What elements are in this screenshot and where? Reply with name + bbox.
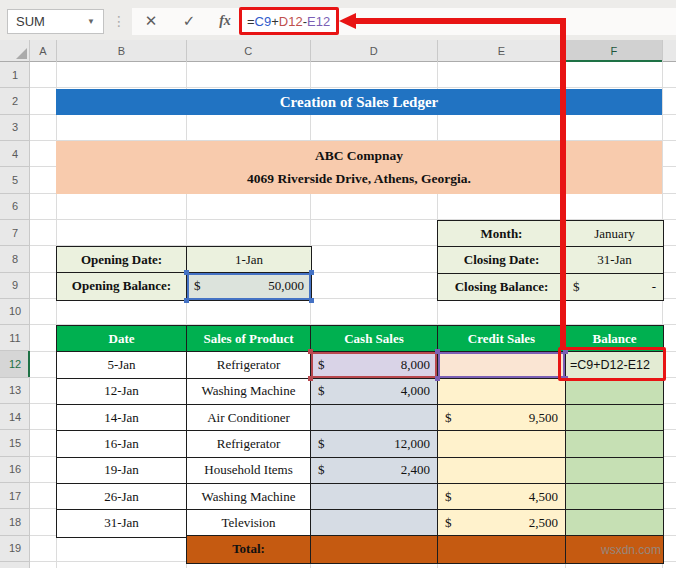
insert-function-icon[interactable]: fx [212,10,238,32]
ledger-header-credit[interactable]: Credit Sales [438,326,566,352]
cancel-icon[interactable]: ✕ [138,10,164,32]
row-header-18[interactable]: 18 [0,509,30,535]
selection-handle [309,270,314,275]
ledger-cell-date[interactable]: 16-Jan [57,431,187,457]
ledger-cell-product[interactable]: Air Conditioner [187,405,311,431]
column-header-a[interactable]: A [30,40,57,62]
row-header-15[interactable]: 15 [0,430,30,456]
selection-handle [184,270,189,275]
ledger-cell-cash[interactable]: $4,000 [311,379,438,405]
currency-symbol: $ [445,410,452,426]
opening-balance-cell-c9[interactable]: $ 50,000 [187,273,311,299]
row-header-17[interactable]: 17 [0,483,30,509]
ledger-cell-product[interactable]: Washing Machine [187,484,311,510]
ledger-cell-balance[interactable] [566,431,663,457]
column-header-c[interactable]: C [187,40,311,62]
row-header-8[interactable]: 8 [0,246,30,272]
ledger-cell-credit[interactable]: $2,500 [438,510,566,536]
ledger-cell-balance[interactable] [566,405,663,431]
name-box[interactable]: SUM ▼ [7,9,104,34]
formula-ref-c9: C9 [255,14,272,29]
row-header-7[interactable]: 7 [0,220,30,246]
total-credit-cell[interactable] [438,536,566,563]
annotation-arrow-line [560,18,566,348]
currency-symbol: $ [445,515,452,531]
currency-symbol: $ [445,489,452,505]
total-label-cell[interactable]: Total: [187,536,311,563]
opening-info-table: Opening Date: 1-Jan Opening Balance: $ 5… [56,246,312,301]
select-all-corner[interactable] [0,40,30,62]
currency-symbol: $ [573,279,580,295]
row-header-6[interactable]: 6 [0,194,30,220]
ledger-cell-product[interactable]: Television [187,510,311,536]
ledger-cell-credit[interactable]: $4,500 [438,484,566,510]
ledger-header-cash[interactable]: Cash Sales [311,326,438,352]
row-header-2[interactable]: 2 [0,88,30,114]
row-header-11[interactable]: 11 [0,325,30,351]
credit-value: 4,500 [529,489,558,505]
row-header-10[interactable]: 10 [0,299,30,325]
ledger-cell-date[interactable]: 12-Jan [57,379,187,405]
closing-date-value[interactable]: 31-Jan [566,247,663,273]
opening-balance-value: 50,000 [268,278,304,294]
column-header-f-selected[interactable]: F [566,40,663,62]
ledger-cell-cash[interactable]: $2,400 [311,458,438,484]
row-header-13[interactable]: 13 [0,378,30,404]
cash-value: 2,400 [401,462,430,478]
ledger-cell-product[interactable]: Household Items [187,458,311,484]
formula-ref-d12: D12 [279,14,303,29]
total-cash-cell[interactable] [311,536,438,563]
ledger-cell-credit-e12[interactable] [438,352,566,378]
ledger-cell-cash[interactable] [311,510,438,536]
ledger-cell-balance[interactable] [566,458,663,484]
row-header-14[interactable]: 14 [0,404,30,430]
row-header-3[interactable]: 3 [0,115,30,141]
ledger-cell-cash[interactable] [311,405,438,431]
opening-date-label[interactable]: Opening Date: [57,247,187,273]
opening-balance-label[interactable]: Opening Balance: [57,273,187,299]
ledger-cell-date[interactable]: 14-Jan [57,405,187,431]
ledger-cell-cash[interactable]: $12,000 [311,431,438,457]
month-label[interactable]: Month: [438,221,566,247]
column-header-b[interactable]: B [57,40,187,62]
row-header-1[interactable]: 1 [0,62,30,88]
ledger-cell-balance[interactable] [566,484,663,510]
ledger-cell-balance[interactable] [566,510,663,536]
ledger-cell-cash[interactable] [311,484,438,510]
ledger-cell-credit[interactable]: $9,500 [438,405,566,431]
company-address: 4069 Riverside Drive, Athens, Georgia. [247,171,471,187]
opening-date-value[interactable]: 1-Jan [187,247,311,273]
formula-input[interactable]: =C9+D12-E12 [239,7,339,35]
closing-balance-value-cell[interactable]: $ - [566,274,663,300]
ledger-header-date[interactable]: Date [57,326,187,352]
row-header-4[interactable]: 4 [0,141,30,167]
ledger-cell-cash-d12[interactable]: $ 8,000 [311,352,438,378]
ledger-cell-date[interactable]: 31-Jan [57,510,187,536]
name-box-dropdown-icon[interactable]: ▼ [87,17,95,26]
annotation-box-f12 [558,347,666,381]
closing-date-label[interactable]: Closing Date: [438,247,566,273]
ledger-cell-credit[interactable] [438,431,566,457]
row-header-9[interactable]: 9 [0,273,30,299]
ledger-cell-balance[interactable] [566,379,663,405]
ledger-cell-product[interactable]: Washing Machine [187,379,311,405]
row-header-19[interactable]: 19 [0,536,30,562]
column-header-d[interactable]: D [311,40,438,62]
row-header-12-selected[interactable]: 12 [0,351,30,377]
ledger-header-product[interactable]: Sales of Product [187,326,311,352]
closing-balance-label[interactable]: Closing Balance: [438,274,566,300]
column-header-partial [663,40,676,62]
column-header-e[interactable]: E [438,40,566,62]
ledger-cell-product[interactable]: Refrigerator [187,431,311,457]
row-header-16[interactable]: 16 [0,457,30,483]
ledger-cell-credit[interactable] [438,458,566,484]
ledger-cell-date[interactable]: 19-Jan [57,458,187,484]
ledger-cell-date[interactable]: 5-Jan [57,352,187,378]
row-header-5[interactable]: 5 [0,167,30,193]
ledger-cell-credit[interactable] [438,379,566,405]
ledger-cell-date[interactable]: 26-Jan [57,484,187,510]
ledger-cell-product[interactable]: Refrigerator [187,352,311,378]
enter-icon[interactable]: ✓ [176,10,202,32]
month-value[interactable]: January [566,221,663,247]
credit-value: 9,500 [529,410,558,426]
